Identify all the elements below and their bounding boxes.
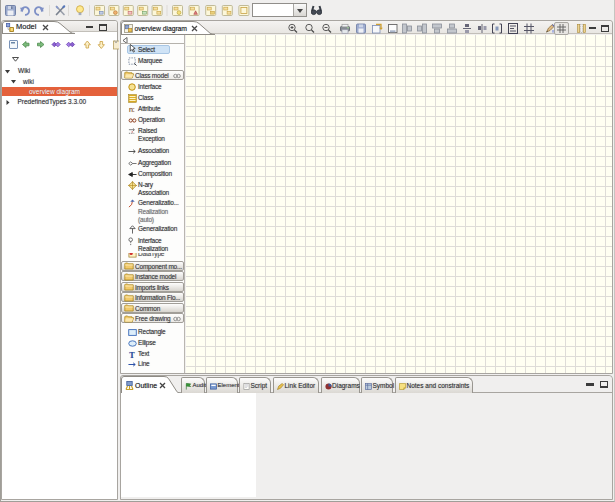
svg-text:T: T xyxy=(129,350,135,358)
svg-text:n:: n: xyxy=(129,105,135,114)
